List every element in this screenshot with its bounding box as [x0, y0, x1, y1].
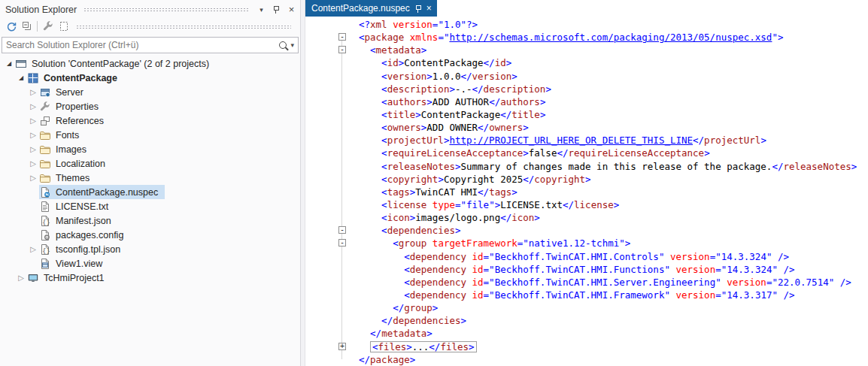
collapse-all-button[interactable] — [19, 19, 35, 34]
expander-icon[interactable]: ▷ — [27, 159, 39, 168]
properties-button[interactable] — [40, 19, 56, 34]
search-icon[interactable] — [279, 41, 287, 49]
code-token: 14.3.324 — [727, 264, 772, 275]
code-token: dependencies — [387, 225, 455, 236]
expander-icon[interactable]: ▷ — [27, 131, 39, 139]
pin-icon[interactable] — [415, 5, 421, 13]
code-token: dependency — [410, 289, 466, 301]
code-token — [359, 109, 381, 120]
code-line: <dependency id="Beckhoff.TwinCAT.HMI.Fra… — [305, 289, 868, 301]
drag-grip[interactable] — [83, 8, 248, 11]
nuspec-icon — [39, 186, 53, 198]
code-token: requireLicenseAcceptance — [387, 147, 524, 159]
tree-item-license-txt[interactable]: LICENSE.txt — [0, 199, 300, 213]
search-options-chevron-icon[interactable]: ▾ — [290, 41, 294, 49]
references-icon — [39, 115, 53, 127]
tree-item-content: TcHmiProject1 — [27, 271, 111, 285]
code-token: " — [664, 264, 670, 275]
tree-item-label: ContentPackage.nuspec — [53, 187, 158, 198]
show-all-files-button[interactable] — [56, 19, 71, 34]
tree-item-properties[interactable]: ▷Properties — [0, 99, 300, 113]
code-text: </package> — [359, 354, 415, 365]
close-icon[interactable]: × — [426, 4, 432, 13]
sync-active-document-button[interactable] — [3, 19, 19, 34]
tree-item-view1-view[interactable]: View1.view — [0, 256, 300, 271]
tree-item-server[interactable]: ▷Server — [0, 85, 300, 99]
code-token — [359, 44, 370, 56]
toolbar-drag-grip[interactable] — [76, 25, 291, 29]
expander-icon[interactable]: ▷ — [27, 145, 39, 153]
code-token: ... — [412, 341, 429, 352]
fold-margin — [305, 211, 359, 224]
code-text: <package xmlns="http://schemas.microsoft… — [359, 32, 783, 43]
tree-item-fonts[interactable]: ▷Fonts — [0, 128, 300, 142]
code-token: owners — [489, 122, 523, 133]
fold-collapse-icon[interactable]: - — [338, 239, 346, 247]
tree-item-label: Server — [53, 87, 83, 98]
code-token: </ — [500, 212, 511, 223]
code-token: </ — [489, 96, 500, 107]
fold-margin — [305, 134, 359, 147]
solution-explorer-toolbar — [0, 17, 300, 37]
fold-collapse-icon[interactable]: - — [338, 33, 346, 41]
code-token: > — [415, 109, 421, 120]
tree-item-images[interactable]: ▷Images — [0, 142, 300, 156]
code-token — [359, 83, 381, 95]
search-input[interactable] — [6, 40, 275, 50]
code-token: dependency — [410, 264, 466, 275]
expander-icon[interactable]: ▷ — [27, 245, 39, 253]
close-button[interactable]: × — [285, 3, 298, 16]
expander-icon[interactable]: ▷ — [27, 116, 39, 125]
code-token: releaseNotes — [387, 161, 455, 172]
tree-item-label: Images — [53, 144, 86, 155]
code-token: Beckhoff.TwinCAT.HMI.Server.Engineering — [495, 277, 716, 288]
code-token: "> — [489, 199, 500, 210]
code-token: > — [523, 122, 529, 133]
folder-icon — [39, 144, 53, 156]
expander-icon[interactable]: ◢ — [3, 60, 15, 67]
solution-tree: ◢Solution 'ContentPackage' (2 of 2 proje… — [0, 56, 300, 366]
code-line: - <metadata> — [305, 44, 868, 56]
expander-icon[interactable]: ▷ — [27, 174, 39, 182]
expander-icon[interactable]: ▷ — [15, 274, 27, 282]
tree-item-label: Manifest.json — [53, 216, 111, 226]
tree-item-packages-config[interactable]: packages.config — [0, 228, 300, 242]
tree-item-label: Localization — [53, 159, 105, 169]
expander-icon[interactable]: ▷ — [27, 88, 39, 96]
search-box[interactable]: ▾ — [2, 37, 299, 53]
collapsed-region[interactable]: <files>...</files> — [370, 341, 477, 352]
expander-icon[interactable]: ◢ — [15, 74, 27, 81]
tree-item-references[interactable]: ▷References — [0, 113, 300, 128]
tab-contentpackage-nuspec[interactable]: ContentPackage.nuspec × — [305, 0, 437, 17]
tree-item-themes[interactable]: ▷Themes — [0, 171, 300, 185]
solution-explorer-header: Solution Explorer ▾ × — [0, 0, 300, 17]
tree-item-localization[interactable]: ▷Localization — [0, 156, 300, 171]
code-token: license — [387, 199, 427, 210]
tree-item-contentpackage[interactable]: ◢ContentPackage — [0, 71, 300, 85]
search-row: ▾ — [0, 37, 300, 56]
pin-button[interactable] — [270, 3, 283, 16]
panel-title: Solution Explorer — [5, 5, 77, 15]
tree-item-contentpackage-nuspec[interactable]: ContentPackage.nuspec — [0, 185, 300, 199]
code-token — [359, 341, 370, 352]
tree-item-tsconfig-tpl-json[interactable]: ▷{}tsconfig.tpl.json — [0, 242, 300, 256]
code-token: > — [438, 174, 444, 185]
code-line: </package> — [305, 353, 868, 366]
code-area[interactable]: <?xml version="1.0"?>-<package xmlns="ht… — [305, 17, 868, 366]
tree-item-solution-contentpackage-2-of-2-projects[interactable]: ◢Solution 'ContentPackage' (2 of 2 proje… — [0, 56, 300, 71]
window-position-button[interactable]: ▾ — [255, 3, 268, 16]
expander-icon[interactable]: ▷ — [27, 102, 39, 110]
code-token: =" — [484, 289, 495, 301]
tree-item-manifest-json[interactable]: {}Manifest.json — [0, 213, 300, 228]
code-token: > — [851, 161, 857, 172]
code-token: > — [426, 71, 432, 82]
fold-expand-icon[interactable]: + — [338, 343, 346, 350]
tree-item-label: Properties — [53, 101, 99, 112]
tree-item-label: TcHmiProject1 — [41, 273, 105, 283]
tree-item-tchmiproject1[interactable]: ▷TcHmiProject1 — [0, 271, 300, 285]
fold-margin — [305, 56, 359, 69]
fold-collapse-icon[interactable]: - — [338, 226, 346, 234]
svg-text:{}: {} — [42, 218, 50, 225]
code-text: </metadata> — [359, 328, 432, 339]
fold-collapse-icon[interactable]: - — [338, 46, 346, 53]
